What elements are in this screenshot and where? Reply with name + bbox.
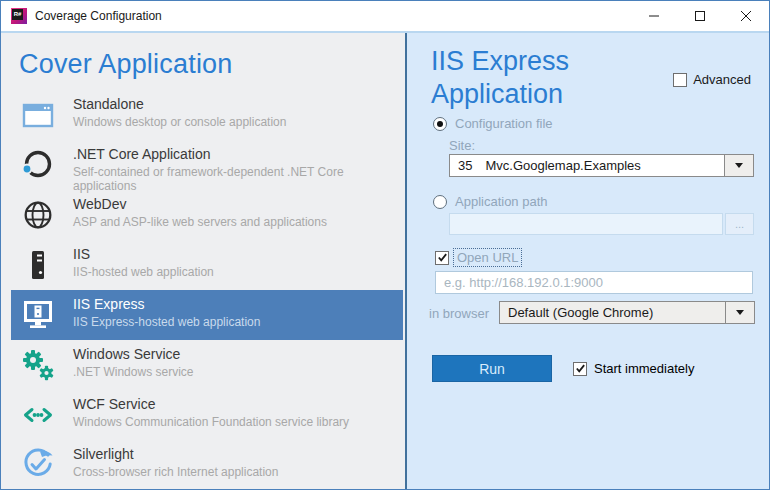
- item-title: Windows Service: [73, 346, 180, 362]
- site-name: Mvc.Googlemap.Examples: [485, 158, 640, 173]
- page-title: Cover Application: [19, 49, 405, 80]
- item-subtitle: Cross-browser rich Internet application: [73, 465, 278, 479]
- item-title: Standalone: [73, 96, 144, 112]
- item-title: IIS: [73, 246, 90, 262]
- list-item-wcf-service[interactable]: WCF Service Windows Communication Founda…: [11, 390, 403, 440]
- application-path-row: ...: [449, 213, 754, 235]
- iis-express-settings-panel: IIS Express Application Advanced Configu…: [407, 33, 769, 489]
- open-url-checkbox-row: Open URL: [435, 250, 520, 265]
- item-title: .NET Core Application: [73, 146, 210, 162]
- run-row: Run Start immediately: [432, 355, 694, 382]
- application-path-radio-row: Application path: [433, 194, 548, 209]
- open-url-checkbox[interactable]: [435, 251, 449, 265]
- coverage-configuration-window: R# Coverage Configuration Cover Applicat…: [0, 0, 770, 490]
- panel-heading: IIS Express Application: [431, 45, 666, 111]
- advanced-label[interactable]: Advanced: [693, 72, 751, 87]
- start-immediately-checkbox[interactable]: [573, 362, 587, 376]
- in-browser-label: in browser: [429, 306, 489, 321]
- item-subtitle: IIS Express-hosted web application: [73, 315, 260, 329]
- netcore-circle-icon: [21, 148, 55, 182]
- start-immediately-label[interactable]: Start immediately: [594, 361, 694, 376]
- window-title: Coverage Configuration: [35, 9, 162, 23]
- application-path-radio[interactable]: [433, 195, 447, 209]
- item-subtitle: ASP and ASP-like web servers and applica…: [73, 215, 327, 229]
- site-dropdown[interactable]: 35 Mvc.Googlemap.Examples: [449, 154, 754, 177]
- item-title: Silverlight: [73, 446, 134, 462]
- close-button[interactable]: [723, 0, 769, 32]
- check-icon: [437, 252, 448, 263]
- browser-value: Default (Google Chrome): [508, 305, 653, 320]
- advanced-checkbox[interactable]: [673, 73, 687, 87]
- monitor-server-icon: [21, 298, 55, 332]
- content-area: Cover Application Standalone Windows des…: [1, 33, 769, 489]
- advanced-checkbox-row: Advanced: [673, 72, 751, 87]
- site-label: Site:: [449, 138, 475, 153]
- item-subtitle: .NET Windows service: [73, 365, 193, 379]
- chevron-down-icon: [736, 310, 744, 315]
- gears-icon: [21, 348, 55, 382]
- item-subtitle: IIS-hosted web application: [73, 265, 214, 279]
- list-item-standalone[interactable]: Standalone Windows desktop or console ap…: [11, 90, 403, 140]
- browser-dropdown-button[interactable]: [725, 302, 754, 323]
- application-path-label[interactable]: Application path: [455, 194, 548, 209]
- list-item-windows-service[interactable]: Windows Service .NET Windows service: [11, 340, 403, 390]
- open-url-label[interactable]: Open URL: [455, 250, 520, 265]
- check-icon: [575, 363, 586, 374]
- configuration-file-radio[interactable]: [433, 117, 447, 131]
- item-subtitle: Windows desktop or console application: [73, 115, 286, 129]
- application-path-input[interactable]: [449, 213, 723, 235]
- url-input[interactable]: [435, 271, 753, 294]
- application-type-list: Standalone Windows desktop or console ap…: [1, 90, 405, 489]
- configuration-file-label[interactable]: Configuration file: [455, 116, 553, 131]
- window-icon: [21, 98, 55, 132]
- site-index: 35: [458, 158, 472, 173]
- list-item-iis[interactable]: IIS IIS-hosted web application: [11, 240, 403, 290]
- application-type-panel: Cover Application Standalone Windows des…: [1, 33, 405, 489]
- configuration-file-radio-row: Configuration file: [433, 116, 553, 131]
- title-bar: R# Coverage Configuration: [1, 1, 769, 33]
- window-controls: [631, 0, 769, 32]
- globe-icon: [21, 198, 55, 232]
- list-item-webdev[interactable]: WebDev ASP and ASP-like web servers and …: [11, 190, 403, 240]
- item-title: WebDev: [73, 196, 126, 212]
- minimize-button[interactable]: [631, 0, 677, 32]
- site-dropdown-button[interactable]: [724, 155, 753, 176]
- angle-brackets-dots-icon: [21, 398, 55, 432]
- start-immediately-row: Start immediately: [573, 361, 694, 376]
- maximize-button[interactable]: [677, 0, 723, 32]
- list-item-iis-express[interactable]: IIS Express IIS Express-hosted web appli…: [11, 290, 403, 340]
- browser-dropdown[interactable]: Default (Google Chrome): [499, 301, 755, 324]
- item-subtitle: Self-contained or framework-dependent .N…: [73, 165, 403, 193]
- item-title: WCF Service: [73, 396, 155, 412]
- server-tower-icon: [21, 248, 55, 282]
- silverlight-swoosh-icon: [21, 448, 55, 482]
- list-item-netcore[interactable]: .NET Core Application Self-contained or …: [11, 140, 403, 190]
- browse-button[interactable]: ...: [725, 213, 754, 235]
- item-subtitle: Windows Communication Foundation service…: [73, 415, 349, 429]
- item-title: IIS Express: [73, 296, 145, 312]
- chevron-down-icon: [735, 163, 743, 168]
- resharper-app-icon: R#: [11, 8, 27, 24]
- list-item-silverlight[interactable]: Silverlight Cross-browser rich Internet …: [11, 440, 403, 489]
- run-button[interactable]: Run: [432, 355, 552, 382]
